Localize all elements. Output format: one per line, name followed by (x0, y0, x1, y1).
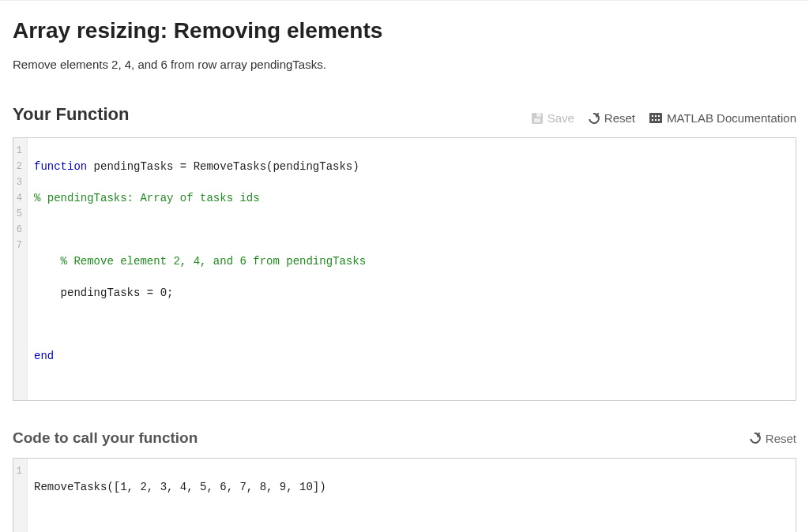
code-keyword: function (34, 160, 87, 173)
line-number: 1 (13, 463, 24, 479)
call-reset-label: Reset (766, 432, 796, 445)
line-number: 3 (13, 174, 24, 190)
page-title: Array resizing: Removing elements (13, 18, 796, 43)
code-comment: % pendingTasks: Array of tasks ids (34, 192, 260, 204)
line-number: 2 (13, 159, 24, 174)
call-editor-code[interactable]: RemoveTasks([1, 2, 3, 4, 5, 6, 7, 8, 9, … (28, 459, 796, 532)
save-icon (532, 113, 543, 124)
section-call-bar: Code to call your function Reset (13, 429, 796, 447)
line-number: 1 (13, 143, 24, 159)
line-number: 7 (13, 238, 24, 253)
call-heading: Code to call your function (13, 429, 198, 447)
code-text: pendingTasks = RemoveTasks(pendingTasks) (87, 160, 359, 173)
line-number: 4 (13, 190, 24, 206)
instruction-text: Remove elements 2, 4, and 6 from row arr… (13, 58, 796, 71)
reset-button[interactable]: Reset (589, 111, 635, 125)
save-button[interactable]: Save (532, 111, 574, 125)
reset-icon (747, 430, 762, 445)
page-container: Array resizing: Removing elements Remove… (0, 1, 809, 532)
section-your-function-bar: Your Function Save Reset MATLAB Document… (13, 104, 796, 125)
reset-label: Reset (604, 111, 635, 125)
call-editor[interactable]: 1 RemoveTasks([1, 2, 3, 4, 5, 6, 7, 8, 9… (13, 458, 796, 532)
editor-actions: Save Reset MATLAB Documentation (532, 111, 796, 125)
function-editor[interactable]: 1 2 3 4 5 6 7 function pendingTasks = Re… (13, 137, 796, 401)
call-reset-button[interactable]: Reset (750, 432, 796, 445)
function-editor-code[interactable]: function pendingTasks = RemoveTasks(pend… (28, 138, 796, 400)
line-number: 5 (13, 206, 24, 222)
call-actions: Reset (750, 432, 796, 445)
matlab-docs-button[interactable]: MATLAB Documentation (649, 111, 796, 125)
call-editor-gutter: 1 (13, 459, 28, 532)
save-label: Save (547, 111, 574, 125)
docs-icon (649, 113, 662, 123)
docs-label: MATLAB Documentation (667, 111, 796, 125)
function-editor-gutter: 1 2 3 4 5 6 7 (13, 138, 28, 400)
code-keyword: end (34, 350, 54, 362)
code-text: RemoveTasks([1, 2, 3, 4, 5, 6, 7, 8, 9, … (34, 481, 326, 493)
your-function-heading: Your Function (13, 104, 129, 125)
code-text: pendingTasks = 0; (34, 287, 173, 299)
line-number: 6 (13, 222, 24, 238)
code-comment: % Remove element 2, 4, and 6 from pendin… (34, 255, 366, 268)
reset-icon (586, 111, 601, 126)
